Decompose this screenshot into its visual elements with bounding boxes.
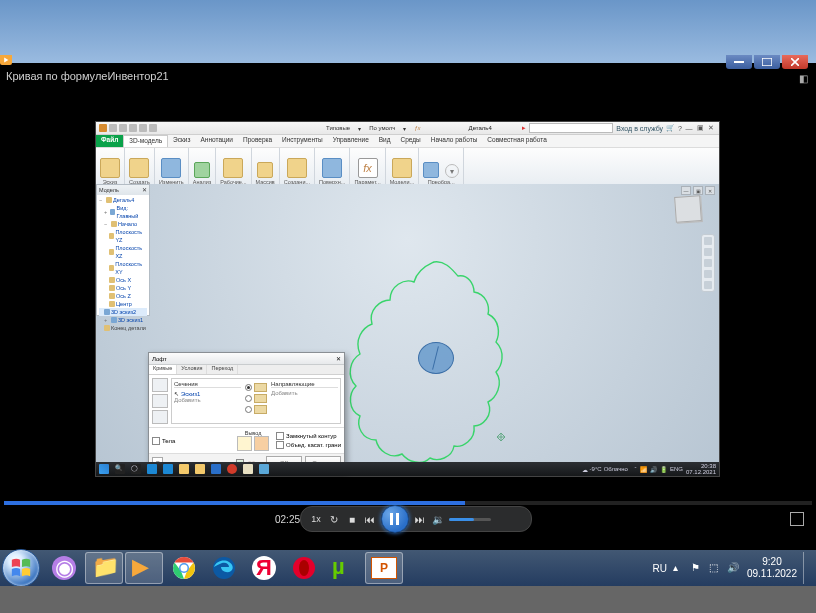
hole-icon[interactable]	[161, 158, 181, 178]
rails-mode-rails[interactable]	[245, 383, 267, 392]
tree-item[interactable]: Начало	[118, 220, 137, 228]
inner-taskview-icon[interactable]: ◯	[131, 464, 141, 474]
rails-add[interactable]: Добавить	[271, 390, 338, 396]
inner-tray-lang[interactable]: ENG	[670, 466, 683, 472]
output-solid-icon[interactable]	[237, 436, 252, 451]
stop-button[interactable]: ■	[345, 512, 359, 526]
window-close-button[interactable]	[782, 55, 808, 69]
tree-item[interactable]: Плоскость XY	[115, 260, 147, 276]
loft-dialog[interactable]: Лофт ✕ Кривые Условия Переход	[148, 352, 345, 472]
taskbar-explorer[interactable]: 📁	[85, 552, 123, 584]
qat-undo-icon[interactable]	[139, 124, 147, 132]
sketch-ellipse[interactable]	[418, 342, 454, 374]
tab-file[interactable]: Файл	[96, 135, 123, 147]
tree-item[interactable]: Центр	[116, 300, 132, 308]
taskbar-media-player[interactable]: ▶	[125, 552, 163, 584]
tree-item[interactable]: Плоскость XZ	[115, 244, 147, 260]
start-button[interactable]	[2, 549, 40, 587]
inner-edge-icon[interactable]	[163, 464, 173, 474]
taskbar-utorrent[interactable]: µ	[325, 552, 363, 584]
tab-collaborate[interactable]: Совместная работа	[482, 135, 551, 147]
inner-app-icon[interactable]	[147, 464, 157, 474]
tab-environments[interactable]: Среды	[396, 135, 426, 147]
tray-lang[interactable]: RU	[652, 563, 666, 574]
tree-item[interactable]: Плоскость YZ	[115, 228, 147, 244]
taskbar-chrome[interactable]	[165, 552, 203, 584]
convert-icon[interactable]	[423, 162, 439, 178]
seek-bar[interactable]	[4, 501, 812, 505]
tray-flag-icon[interactable]: ⚑	[691, 562, 703, 574]
output-surface-icon[interactable]	[254, 436, 269, 451]
select-arrow-icon[interactable]: ↖	[174, 390, 179, 397]
taskbar-app-purple[interactable]: ◉	[45, 552, 83, 584]
tab-3d-model[interactable]: 3D-модель	[123, 135, 168, 147]
inner-search-icon[interactable]: 🔍	[115, 464, 125, 474]
loft-mode-surface-icon[interactable]	[152, 394, 168, 408]
taskbar-opera[interactable]	[285, 552, 323, 584]
loft-mode-centerline-icon[interactable]	[152, 410, 168, 424]
inner-tray-chevron-icon[interactable]: ˄	[634, 466, 637, 473]
window-minimize-button[interactable]	[726, 55, 752, 69]
tab-view[interactable]: Вид	[374, 135, 396, 147]
tab-inspect[interactable]: Проверка	[238, 135, 277, 147]
cart-icon[interactable]: 🛒	[666, 124, 675, 132]
rails-mode-area[interactable]	[245, 405, 267, 414]
volume-slider[interactable]	[449, 518, 491, 521]
nav-home-icon[interactable]	[704, 237, 712, 245]
tree-item[interactable]: Ось X	[116, 276, 131, 284]
plane-icon[interactable]	[223, 158, 243, 178]
merge-faces-checkbox[interactable]	[276, 441, 284, 449]
inner-start-icon[interactable]	[99, 464, 109, 474]
model-browser[interactable]: Модель✕ −Деталь4 +Вид: Главный −Начало П…	[96, 184, 150, 316]
player-layout-toggle-icon[interactable]: ◧	[799, 73, 808, 84]
tab-get-started[interactable]: Начало работы	[426, 135, 483, 147]
speed-button[interactable]: 1x	[309, 512, 323, 526]
tab-annotate[interactable]: Аннотации	[195, 135, 238, 147]
rails-mode-centerline[interactable]	[245, 394, 267, 403]
dialog-close-icon[interactable]: ✕	[336, 355, 341, 362]
help-icon[interactable]: ?	[678, 125, 682, 132]
browser-close-icon[interactable]: ✕	[142, 187, 147, 193]
dialog-tab-conditions[interactable]: Условия	[177, 365, 207, 374]
tree-item[interactable]: 3D эскиз2	[111, 308, 136, 316]
doc-close-button[interactable]: ✕	[705, 186, 715, 195]
pattern-icon[interactable]	[257, 162, 273, 178]
surface-icon[interactable]	[322, 158, 342, 178]
inner-explorer-icon[interactable]	[179, 464, 189, 474]
dialog-tab-curves[interactable]: Кривые	[149, 365, 177, 374]
qat-open-icon[interactable]	[119, 124, 127, 132]
taskbar-yandex[interactable]: Я	[245, 552, 283, 584]
inv-restore-button[interactable]: ▣	[696, 124, 704, 132]
inv-minimize-button[interactable]: —	[685, 124, 693, 132]
navigation-bar[interactable]	[701, 234, 715, 292]
freeform-icon[interactable]	[287, 158, 307, 178]
inner-tray-vol-icon[interactable]: 🔊	[650, 466, 657, 473]
loft-mode-solid-icon[interactable]	[152, 378, 168, 392]
tree-root[interactable]: Деталь4	[113, 196, 134, 204]
window-maximize-button[interactable]	[754, 55, 780, 69]
quick-access-toolbar[interactable]	[96, 124, 157, 132]
qat-new-icon[interactable]	[109, 124, 117, 132]
tab-sketch[interactable]: Эскиз	[168, 135, 195, 147]
section-item[interactable]: Эскиз1	[181, 391, 200, 397]
taskbar-powerpoint[interactable]: P	[365, 552, 403, 584]
derive-icon[interactable]	[392, 158, 412, 178]
nav-lookat-icon[interactable]	[704, 281, 712, 289]
show-desktop-button[interactable]	[803, 552, 814, 584]
inner-opera-icon[interactable]	[227, 464, 237, 474]
help-search-input[interactable]	[529, 123, 613, 133]
tray-volume-icon[interactable]: 🔊	[727, 562, 739, 574]
nav-zoom-icon[interactable]	[704, 270, 712, 278]
login-link[interactable]: Вход в службу	[616, 125, 663, 132]
nav-pan-icon[interactable]	[704, 259, 712, 267]
viewcube[interactable]	[674, 195, 702, 223]
prev-button[interactable]: ⏮	[363, 512, 377, 526]
next-button[interactable]: ⏭	[413, 512, 427, 526]
tree-item[interactable]: Вид: Главный	[116, 204, 147, 220]
inner-store-icon[interactable]	[195, 464, 205, 474]
doc-minimize-button[interactable]: —	[681, 186, 691, 195]
play-pause-button[interactable]	[381, 505, 409, 533]
style-dropdown[interactable]: Типовые	[326, 125, 350, 131]
tab-tools[interactable]: Инструменты	[277, 135, 328, 147]
repeat-button[interactable]: ↻	[327, 512, 341, 526]
